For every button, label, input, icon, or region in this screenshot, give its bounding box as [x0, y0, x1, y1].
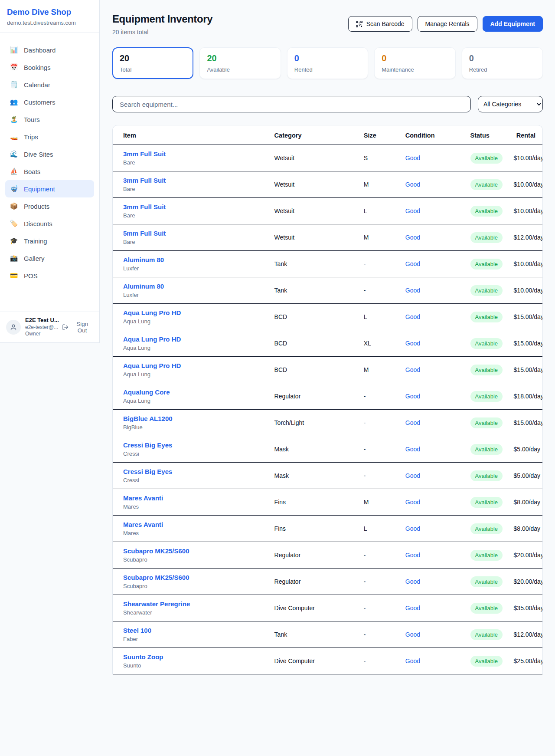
status-badge: Available	[470, 470, 503, 481]
item-brand: Mares	[123, 503, 274, 510]
condition-link[interactable]: Good	[405, 552, 420, 559]
status-cell: Available	[470, 463, 514, 489]
size-cell: M	[364, 171, 405, 198]
sidebar-item-label: POS	[24, 272, 38, 279]
sidebar-item[interactable]: 🗒️ Calendar	[5, 76, 94, 93]
category-cell: Mask	[274, 463, 364, 489]
page-header: Equipment Inventory 20 items total Scan …	[112, 13, 543, 36]
sidebar-item[interactable]: 🏷️ Discounts	[5, 215, 94, 232]
size-cell: L	[364, 516, 405, 542]
stat-card[interactable]: 0 Rented	[287, 47, 368, 79]
table-row: 3mm Full Suit Bare Wetsuit S Good Availa…	[113, 145, 542, 171]
sidebar-item[interactable]: 💳 POS	[5, 267, 94, 284]
condition-link[interactable]: Good	[405, 181, 420, 188]
table-row: Steel 100 Faber Tank - Good Available $1…	[113, 621, 542, 648]
sidebar-item-label: Gallery	[24, 255, 45, 262]
condition-link[interactable]: Good	[405, 446, 420, 453]
stat-card[interactable]: 20 Total	[112, 47, 193, 79]
sidebar-item[interactable]: 👥 Customers	[5, 93, 94, 111]
condition-link[interactable]: Good	[405, 260, 420, 267]
table-row: Aqua Lung Pro HD Aqua Lung BCD L Good Av…	[113, 304, 542, 330]
item-name-link[interactable]: Aqua Lung Pro HD	[123, 362, 274, 369]
condition-link[interactable]: Good	[405, 525, 420, 532]
sidebar: Demo Dive Shop demo.test.divestreams.com…	[0, 0, 100, 343]
status-cell: Available	[470, 595, 514, 621]
condition-link[interactable]: Good	[405, 340, 420, 347]
sidebar-item[interactable]: 📅 Bookings	[5, 59, 94, 76]
item-name-link[interactable]: Cressi Big Eyes	[123, 468, 274, 475]
rental-cell: $20.00/day	[514, 569, 542, 595]
stat-card[interactable]: 20 Available	[199, 47, 281, 79]
item-name-link[interactable]: Aluminum 80	[123, 283, 274, 290]
manage-rentals-button[interactable]: Manage Rentals	[418, 16, 477, 32]
status-badge: Available	[470, 576, 503, 587]
category-select[interactable]: All Categories	[478, 96, 543, 112]
sidebar-item[interactable]: 🤿 Equipment	[5, 180, 94, 197]
size-cell: -	[364, 595, 405, 621]
condition-cell: Good	[405, 489, 470, 516]
sidebar-item[interactable]: 📦 Products	[5, 197, 94, 215]
condition-link[interactable]: Good	[405, 499, 420, 506]
condition-link[interactable]: Good	[405, 472, 420, 479]
item-name-link[interactable]: 3mm Full Suit	[123, 177, 274, 184]
item-name-link[interactable]: Aluminum 80	[123, 256, 274, 263]
barcode-scan-icon	[356, 21, 362, 27]
condition-link[interactable]: Good	[405, 631, 420, 638]
status-badge: Available	[470, 179, 503, 190]
sidebar-item[interactable]: 📊 Dashboard	[5, 41, 94, 59]
item-name-link[interactable]: Scubapro MK25/S600	[123, 574, 274, 581]
item-name-link[interactable]: BigBlue AL1200	[123, 415, 274, 422]
condition-link[interactable]: Good	[405, 605, 420, 611]
item-name-link[interactable]: Mares Avanti	[123, 494, 274, 502]
sidebar-item[interactable]: ⛵ Boats	[5, 163, 94, 180]
condition-cell: Good	[405, 330, 470, 357]
stat-card[interactable]: 0 Maintenance	[374, 47, 455, 79]
sidebar-item[interactable]: 🎓 Training	[5, 232, 94, 250]
stat-card[interactable]: 0 Retired	[462, 47, 543, 79]
table-row: 3mm Full Suit Bare Wetsuit M Good Availa…	[113, 171, 542, 198]
search-input[interactable]	[112, 96, 471, 112]
add-equipment-button[interactable]: Add Equipment	[483, 16, 543, 32]
sidebar-item[interactable]: 📸 Gallery	[5, 250, 94, 267]
item-name-link[interactable]: 3mm Full Suit	[123, 150, 274, 158]
item-name-link[interactable]: Shearwater Peregrine	[123, 600, 274, 608]
condition-link[interactable]: Good	[405, 419, 420, 426]
condition-link[interactable]: Good	[405, 287, 420, 294]
sidebar-item[interactable]: 🌊 Dive Sites	[5, 145, 94, 163]
item-name-link[interactable]: Suunto Zoop	[123, 653, 274, 661]
item-name-link[interactable]: Mares Avanti	[123, 521, 274, 528]
item-name-link[interactable]: Aqua Lung Pro HD	[123, 335, 274, 343]
rental-cell: $10.00/day	[514, 251, 542, 277]
stat-value: 0	[382, 53, 448, 63]
category-cell: Tank	[274, 251, 364, 277]
brand-title[interactable]: Demo Dive Shop	[7, 7, 92, 17]
item-name-link[interactable]: 3mm Full Suit	[123, 203, 274, 210]
scan-barcode-label: Scan Barcode	[366, 20, 405, 27]
item-name-link[interactable]: Aqualung Core	[123, 388, 274, 396]
sidebar-item-icon: 📊	[10, 46, 18, 54]
sidebar-item[interactable]: 🏝️ Tours	[5, 111, 94, 128]
rental-cell: $5.00/day	[514, 436, 542, 463]
sidebar-item[interactable]: 🚤 Trips	[5, 128, 94, 145]
condition-link[interactable]: Good	[405, 393, 420, 400]
item-name-link[interactable]: Steel 100	[123, 627, 274, 634]
stat-label: Maintenance	[382, 66, 448, 73]
scan-barcode-button[interactable]: Scan Barcode	[348, 16, 412, 32]
sign-out-button[interactable]: Sign Out	[62, 321, 93, 334]
rental-cell: $25.00/day	[514, 648, 542, 674]
item-brand: Bare	[123, 159, 274, 166]
item-name-link[interactable]: Aqua Lung Pro HD	[123, 309, 274, 316]
status-badge: Available	[470, 550, 503, 561]
condition-link[interactable]: Good	[405, 578, 420, 585]
sidebar-item-label: Training	[24, 237, 47, 245]
item-name-link[interactable]: Scubapro MK25/S600	[123, 547, 274, 555]
item-name-link[interactable]: 5mm Full Suit	[123, 230, 274, 237]
condition-cell: Good	[405, 542, 470, 569]
condition-link[interactable]: Good	[405, 207, 420, 214]
item-name-link[interactable]: Cressi Big Eyes	[123, 441, 274, 449]
condition-link[interactable]: Good	[405, 366, 420, 373]
condition-link[interactable]: Good	[405, 657, 420, 664]
condition-link[interactable]: Good	[405, 313, 420, 320]
condition-link[interactable]: Good	[405, 234, 420, 241]
condition-link[interactable]: Good	[405, 154, 420, 161]
